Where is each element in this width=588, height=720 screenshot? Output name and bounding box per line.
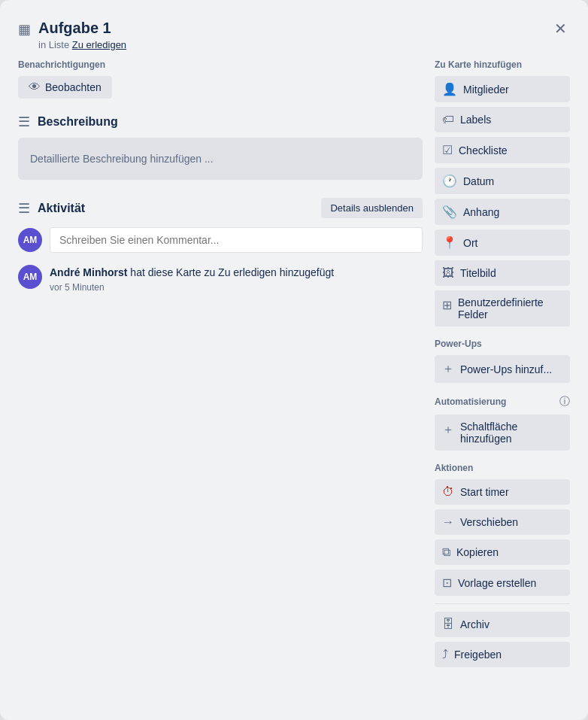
image-icon: 🖼 — [442, 266, 454, 280]
vorlage-label: Vorlage erstellen — [458, 577, 536, 589]
template-icon: ⊡ — [442, 576, 452, 590]
close-button[interactable]: ✕ — [551, 18, 570, 39]
archiv-button[interactable]: 🗄 Archiv — [435, 612, 570, 637]
entry-content: André Minhorst hat diese Karte zu Zu erl… — [50, 265, 334, 293]
description-icon: ☰ — [18, 114, 30, 130]
modal-body: Benachrichtigungen 👁 Beobachten ☰ Beschr… — [18, 59, 570, 702]
actions-label: Aktionen — [435, 463, 570, 473]
plus-icon: ＋ — [442, 361, 454, 377]
notifications-label: Benachrichtigungen — [18, 59, 423, 70]
plus-automation-icon: ＋ — [442, 422, 454, 438]
automation-section: Automatisierung ⓘ ＋ Schaltfläche hinzufü… — [435, 395, 570, 451]
kopieren-button[interactable]: ⧉ Kopieren — [435, 539, 570, 565]
copy-icon: ⧉ — [442, 545, 450, 559]
automation-button[interactable]: ＋ Schaltfläche hinzufügen — [435, 415, 570, 451]
start-timer-label: Start timer — [460, 486, 509, 498]
task-title: Aufgabe 1 — [38, 18, 126, 38]
actions-section: Aktionen ⏱ Start timer → Verschieben ⧉ K… — [435, 463, 570, 667]
checklist-icon: ☑ — [442, 143, 453, 157]
archive-icon: 🗄 — [442, 618, 454, 631]
powerups-button-label: Power-Ups hinzuf... — [460, 363, 552, 375]
start-timer-button[interactable]: ⏱ Start timer — [435, 479, 570, 505]
paperclip-icon: 📎 — [442, 205, 457, 219]
anhang-label: Anhang — [463, 206, 499, 218]
datum-label: Datum — [463, 175, 494, 187]
anhang-button[interactable]: 📎 Anhang — [435, 199, 570, 225]
eye-icon: 👁 — [29, 81, 41, 94]
activity-icon: ☰ — [18, 200, 30, 217]
arrow-right-icon: → — [442, 515, 454, 529]
title-text-group: Aufgabe 1 in Liste Zu erledigen — [38, 18, 126, 50]
task-type-icon: ▦ — [18, 21, 31, 38]
task-subtitle: in Liste Zu erledigen — [38, 39, 126, 50]
timer-icon: ⏱ — [442, 485, 454, 499]
list-link[interactable]: Zu erledigen — [72, 39, 126, 50]
share-icon: ⤴ — [442, 648, 448, 661]
separator — [435, 603, 570, 604]
automation-header: Automatisierung ⓘ — [435, 395, 570, 409]
freigeben-label: Freigeben — [454, 649, 502, 661]
description-placeholder[interactable]: Detaillierte Beschreibung hinzufügen ... — [18, 138, 423, 180]
add-to-card-label: Zu Karte hinzufügen — [435, 59, 570, 70]
activity-section: ☰ Aktivität Details ausblenden AM AM — [18, 198, 423, 293]
comment-input-row: AM — [18, 227, 423, 253]
labels-label: Labels — [460, 114, 491, 126]
felder-button[interactable]: ⊞ Benutzerdefinierte Felder — [435, 290, 570, 327]
ort-label: Ort — [463, 237, 477, 249]
comment-input[interactable] — [50, 227, 423, 253]
avatar-initials: AM — [23, 235, 38, 245]
task-modal: ▦ Aufgabe 1 in Liste Zu erledigen ✕ Bena… — [0, 0, 588, 720]
activity-entry: AM André Minhorst hat diese Karte zu Zu … — [18, 265, 423, 293]
labels-button[interactable]: 🏷 Labels — [435, 107, 570, 132]
watch-button-label: Beobachten — [45, 81, 102, 93]
ort-button[interactable]: 📍 Ort — [435, 229, 570, 256]
entry-user-avatar: AM — [18, 265, 42, 289]
activity-title: Aktivität — [38, 202, 85, 215]
entry-username: André Minhorst — [50, 266, 127, 278]
entry-avatar-initials: AM — [23, 272, 38, 282]
titelbild-button[interactable]: 🖼 Titelbild — [435, 260, 570, 286]
description-title: Beschreibung — [38, 115, 118, 129]
notifications-section: Benachrichtigungen 👁 Beobachten — [18, 59, 423, 99]
kopieren-label: Kopieren — [456, 546, 499, 558]
checkliste-button[interactable]: ☑ Checkliste — [435, 137, 570, 163]
clock-icon: 🕐 — [442, 174, 457, 188]
activity-header: ☰ Aktivität Details ausblenden — [18, 198, 423, 218]
info-icon[interactable]: ⓘ — [559, 395, 570, 409]
hide-details-button[interactable]: Details ausblenden — [321, 198, 423, 218]
powerups-section: Power-Ups ＋ Power-Ups hinzuf... — [435, 339, 570, 383]
automation-button-label: Schaltfläche hinzufügen — [460, 421, 562, 445]
modal-header: ▦ Aufgabe 1 in Liste Zu erledigen ✕ — [18, 18, 570, 50]
main-column: Benachrichtigungen 👁 Beobachten ☰ Beschr… — [18, 59, 423, 702]
pin-icon: 📍 — [442, 235, 457, 250]
activity-title-group: ☰ Aktivität — [18, 200, 85, 217]
person-icon: 👤 — [442, 82, 457, 96]
current-user-avatar: AM — [18, 228, 42, 252]
archiv-label: Archiv — [460, 618, 489, 630]
mitglieder-button[interactable]: 👤 Mitglieder — [435, 76, 570, 102]
entry-time: vor 5 Minuten — [50, 282, 334, 293]
freigeben-button[interactable]: ⤴ Freigeben — [435, 642, 570, 667]
powerups-button[interactable]: ＋ Power-Ups hinzuf... — [435, 355, 570, 383]
felder-label: Benutzerdefinierte Felder — [458, 296, 562, 321]
description-header: ☰ Beschreibung — [18, 114, 423, 130]
checkliste-label: Checkliste — [459, 144, 508, 156]
verschieben-button[interactable]: → Verschieben — [435, 509, 570, 535]
vorlage-button[interactable]: ⊡ Vorlage erstellen — [435, 570, 570, 596]
mitglieder-label: Mitglieder — [463, 84, 509, 96]
fields-icon: ⊞ — [442, 298, 452, 312]
watch-button[interactable]: 👁 Beobachten — [18, 76, 112, 99]
verschieben-label: Verschieben — [460, 516, 518, 528]
datum-button[interactable]: 🕐 Datum — [435, 168, 570, 194]
powerups-label: Power-Ups — [435, 339, 570, 349]
entry-text: André Minhorst hat diese Karte zu Zu erl… — [50, 265, 334, 281]
titelbild-label: Titelbild — [460, 267, 496, 279]
tag-icon: 🏷 — [442, 113, 454, 126]
title-area: ▦ Aufgabe 1 in Liste Zu erledigen — [18, 18, 551, 50]
sidebar-column: Zu Karte hinzufügen 👤 Mitglieder 🏷 Label… — [435, 59, 570, 702]
description-section: ☰ Beschreibung Detaillierte Beschreibung… — [18, 114, 423, 180]
automation-label: Automatisierung — [435, 396, 506, 407]
